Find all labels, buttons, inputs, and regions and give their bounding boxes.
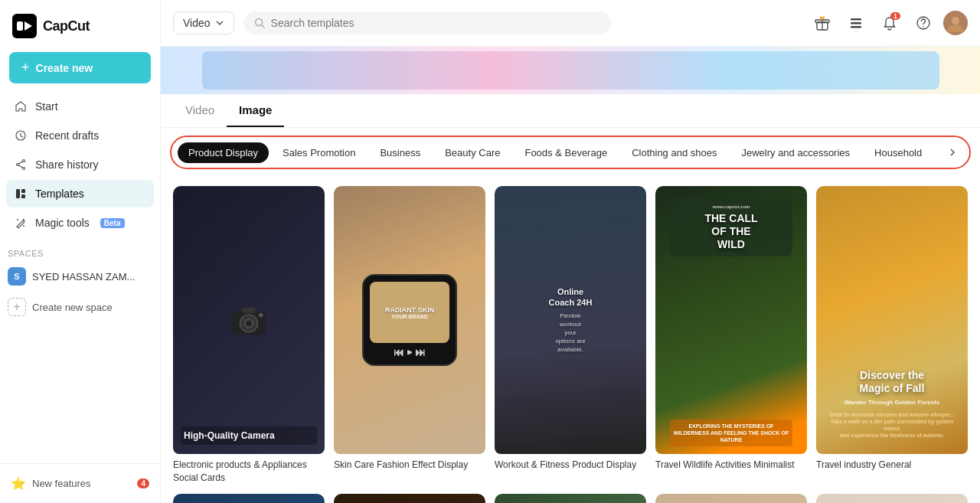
category-chip-beauty-care[interactable]: Beauty Care bbox=[434, 142, 511, 163]
category-chip-clothing-shoes[interactable]: Clothing and shoes bbox=[621, 142, 727, 163]
category-row-border: Product Display Sales Promotion Business… bbox=[170, 136, 971, 169]
chevron-down-icon bbox=[215, 18, 224, 28]
create-new-label: Create new bbox=[36, 62, 93, 74]
sidebar-item-start[interactable]: Start bbox=[6, 93, 154, 120]
svg-point-22 bbox=[923, 26, 924, 28]
logo[interactable]: CapCut bbox=[0, 0, 160, 52]
beta-badge: Beta bbox=[100, 218, 125, 228]
list-button[interactable] bbox=[842, 9, 870, 37]
svg-line-8 bbox=[18, 165, 22, 168]
help-icon bbox=[916, 15, 931, 31]
sidebar-item-start-label: Start bbox=[35, 100, 58, 113]
share-icon bbox=[14, 158, 28, 171]
svg-point-4 bbox=[23, 160, 25, 162]
tabs-row: Video Image bbox=[161, 94, 980, 128]
template-card-1[interactable]: High-Quality Camera Electronic products … bbox=[173, 186, 325, 485]
template-card-4[interactable]: www.capcut.com THE CALLOF THEWILD EXPLOR… bbox=[655, 186, 807, 485]
template-grid-container: High-Quality Camera Electronic products … bbox=[161, 177, 980, 503]
template-card-10[interactable]: fashion shirt WOMEN'S SHIRT bbox=[816, 494, 968, 503]
svg-line-7 bbox=[18, 162, 22, 164]
svg-point-28 bbox=[246, 321, 251, 326]
svg-rect-18 bbox=[851, 18, 861, 21]
notification-button[interactable]: 1 bbox=[876, 9, 903, 37]
new-features-badge: 4 bbox=[137, 479, 149, 488]
star-icon: ⭐ bbox=[11, 476, 26, 491]
sidebar-item-magic-tools-label: Magic tools bbox=[35, 217, 90, 229]
notification-badge: 1 bbox=[890, 12, 900, 20]
svg-rect-11 bbox=[21, 194, 25, 198]
template-card-9[interactable]: Product Display bbox=[655, 494, 807, 503]
template-card-5[interactable]: Discover theMagic of Fall Wander Through… bbox=[816, 186, 968, 485]
gift-icon bbox=[815, 15, 830, 31]
space-avatar-syed: S bbox=[8, 267, 26, 286]
category-list: Product Display Sales Promotion Business… bbox=[178, 142, 942, 163]
category-chip-foods-beverage[interactable]: Foods & Beverage bbox=[514, 142, 618, 163]
sidebar-footer: ⭐ New features 4 bbox=[0, 463, 160, 503]
svg-point-5 bbox=[23, 168, 25, 170]
template-icon bbox=[14, 187, 28, 201]
template-grid: High-Quality Camera Electronic products … bbox=[173, 186, 968, 503]
template-card-8[interactable]: ← capcut ⊕ ✕ ProductTemplate bbox=[495, 494, 646, 503]
template-card-4-label: Travel Wildlife Activities Minimalist bbox=[655, 459, 807, 472]
list-icon bbox=[848, 15, 864, 31]
category-chip-business[interactable]: Business bbox=[369, 142, 431, 163]
sidebar: CapCut + Create new Start Recent drafts … bbox=[0, 0, 161, 503]
spaces-label: Spaces bbox=[0, 240, 160, 261]
logo-text: CapCut bbox=[43, 18, 90, 34]
sidebar-item-magic-tools[interactable]: Magic tools Beta bbox=[6, 209, 154, 237]
avatar-image bbox=[943, 11, 968, 35]
create-space-label: Create new space bbox=[32, 302, 113, 313]
svg-rect-9 bbox=[16, 189, 20, 198]
template-card-3[interactable]: Online Coach 24H Flexibleworkoutyouropti… bbox=[495, 186, 646, 485]
magic-icon bbox=[14, 216, 28, 230]
template-card-2[interactable]: RADIANT SKIN YOUR BRAND ⏮ ▶ ⏭ Skin Care … bbox=[334, 186, 485, 485]
svg-rect-19 bbox=[851, 22, 861, 24]
add-space-icon: + bbox=[8, 298, 26, 316]
video-dropdown-label: Video bbox=[183, 17, 211, 29]
template-card-7[interactable]: Fashion Accessories New Collection Neckl… bbox=[334, 494, 485, 503]
sidebar-item-share-history[interactable]: Share history bbox=[6, 151, 154, 178]
create-new-button[interactable]: + Create new bbox=[9, 52, 151, 83]
sidebar-space-syed[interactable]: S SYED HASSAN ZAM... bbox=[0, 261, 160, 292]
svg-line-15 bbox=[261, 25, 264, 28]
tab-image[interactable]: Image bbox=[227, 94, 284, 127]
category-filter-section: Product Display Sales Promotion Business… bbox=[161, 128, 980, 177]
topbar-icons: 1 bbox=[808, 9, 968, 37]
template-card-1-label: Electronic products & Appliances Social … bbox=[173, 459, 325, 485]
sidebar-item-templates-label: Templates bbox=[35, 188, 84, 200]
category-chip-jewelry-accessories[interactable]: Jewelry and accessories bbox=[730, 142, 861, 163]
svg-point-12 bbox=[17, 219, 18, 220]
template-card-3-label: Workout & Fitness Product Display bbox=[495, 459, 646, 472]
sidebar-item-templates[interactable]: Templates bbox=[6, 180, 154, 207]
category-chip-electronics[interactable]: Electronics bbox=[936, 142, 942, 163]
category-chip-sales-promotion[interactable]: Sales Promotion bbox=[272, 142, 366, 163]
tab-video[interactable]: Video bbox=[173, 94, 227, 127]
svg-rect-29 bbox=[242, 308, 255, 313]
svg-point-30 bbox=[259, 313, 263, 318]
help-button[interactable] bbox=[910, 9, 937, 37]
user-avatar[interactable] bbox=[943, 11, 968, 35]
new-features-label: New features bbox=[32, 478, 91, 489]
category-chip-household[interactable]: Household bbox=[864, 142, 933, 163]
template-card-5-label: Travel industry General bbox=[816, 459, 968, 472]
gift-button[interactable] bbox=[808, 9, 836, 37]
capcut-logo-icon bbox=[12, 14, 37, 38]
sidebar-item-recent-drafts[interactable]: Recent drafts bbox=[6, 122, 154, 149]
svg-point-24 bbox=[952, 17, 959, 24]
search-bar[interactable] bbox=[243, 11, 611, 34]
category-chip-product-display[interactable]: Product Display bbox=[178, 142, 269, 163]
video-dropdown[interactable]: Video bbox=[173, 11, 234, 34]
promotional-banner[interactable] bbox=[161, 47, 980, 94]
chevron-right-icon bbox=[947, 147, 958, 158]
category-scroll-right-button[interactable] bbox=[942, 142, 963, 163]
search-input[interactable] bbox=[271, 17, 600, 29]
svg-point-6 bbox=[17, 164, 19, 166]
plus-icon: + bbox=[21, 60, 30, 76]
svg-point-13 bbox=[23, 225, 24, 227]
template-card-6[interactable]: High-QualityElectronics YOUR TECH ESSENT… bbox=[173, 494, 325, 503]
clock-icon bbox=[14, 129, 28, 142]
svg-rect-10 bbox=[21, 189, 25, 193]
create-new-space-button[interactable]: + Create new space bbox=[0, 292, 160, 322]
new-features-item[interactable]: ⭐ New features 4 bbox=[8, 472, 152, 495]
home-icon bbox=[14, 100, 28, 113]
